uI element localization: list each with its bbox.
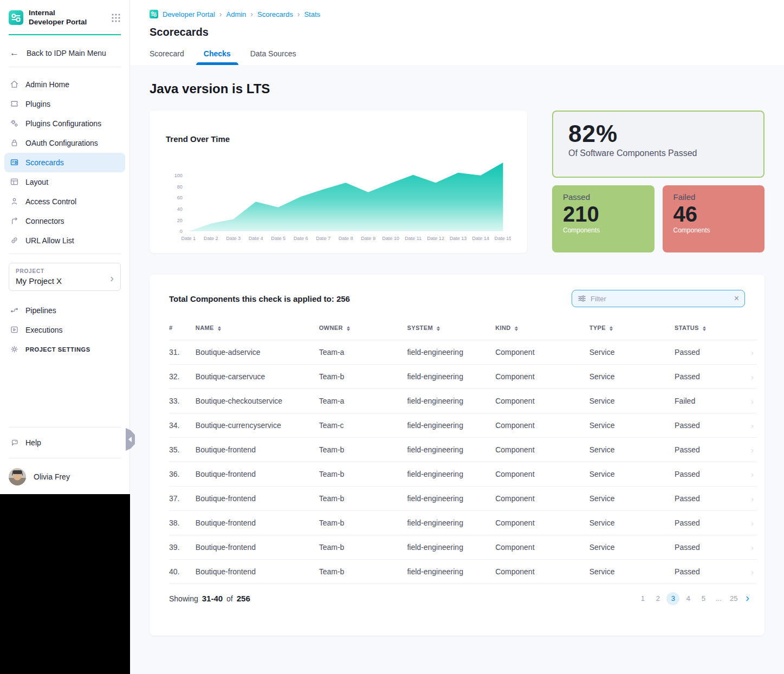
brand-underline: [9, 34, 121, 35]
breadcrumb-link[interactable]: Scorecards: [257, 10, 293, 18]
row-chevron-icon: ›: [739, 487, 757, 511]
sidebar-item-plugins-configurations[interactable]: Plugins Configurations: [4, 114, 125, 133]
sidebar-item-project-settings[interactable]: PROJECT SETTINGS: [4, 340, 125, 359]
cell-index: 35.: [169, 438, 196, 462]
divider: [9, 254, 121, 254]
page-button-3[interactable]: 3: [666, 592, 679, 605]
back-to-idp-main-menu[interactable]: ← Back to IDP Main Menu: [0, 41, 129, 66]
sidebar-item-layout[interactable]: Layout: [4, 172, 125, 192]
page-button-5[interactable]: 5: [697, 592, 710, 605]
back-label: Back to IDP Main Menu: [27, 49, 106, 57]
showing-summary: Showing 31-40 of 256: [169, 594, 250, 603]
page-button-1[interactable]: 1: [636, 592, 649, 605]
cell-index: 32.: [169, 365, 196, 389]
breadcrumb-link[interactable]: Developer Portal: [163, 10, 215, 18]
sidebar-item-oauth-configurations[interactable]: OAuth Configurations: [4, 133, 125, 153]
filter-sliders-icon[interactable]: [578, 294, 586, 303]
breadcrumb-link[interactable]: Stats: [304, 10, 320, 18]
sidebar-item-plugins[interactable]: Plugins: [4, 94, 125, 114]
sidebar-item-scorecards[interactable]: Scorecards: [4, 153, 125, 172]
clear-filter-icon[interactable]: ×: [734, 294, 739, 303]
next-page-button[interactable]: ›: [743, 592, 751, 605]
cell-name: Boutique-frontend: [196, 487, 319, 511]
page-button-2[interactable]: 2: [651, 592, 664, 605]
cell-type: Service: [589, 413, 675, 438]
user-menu[interactable]: Olivia Frey: [0, 459, 129, 494]
x-axis-tick: Date 13: [450, 236, 467, 241]
x-axis-tick: Date 2: [204, 236, 218, 241]
page-title: Scorecards: [150, 26, 764, 38]
table-row[interactable]: 34. Boutique-currencyservice Team-c fiel…: [169, 413, 757, 438]
x-axis-tick: Date 5: [271, 236, 286, 241]
stats-column: 82% Of Software Components Passed Passed…: [552, 111, 764, 253]
column-header-type[interactable]: TYPE: [589, 320, 675, 340]
showing-word: Showing: [169, 594, 198, 603]
table-header-row: #NAMEOWNERSYSTEMKINDTYPESTATUS: [169, 320, 757, 340]
help-button[interactable]: Help: [0, 429, 129, 457]
table-row[interactable]: 40. Boutique-frontend Team-b field-engin…: [169, 560, 757, 584]
sidebar-item-label: URL Allow List: [25, 236, 74, 245]
sidebar-item-pipelines[interactable]: Pipelines: [4, 301, 125, 320]
page-button-4[interactable]: 4: [682, 592, 695, 605]
x-axis-tick: Date 8: [339, 236, 353, 241]
app-switcher-icon[interactable]: [111, 13, 121, 23]
table-row[interactable]: 35. Boutique-frontend Team-b field-engin…: [169, 438, 757, 462]
column-header-index[interactable]: #: [169, 320, 196, 340]
failed-caption: Components: [673, 226, 754, 234]
scorecard-icon: [10, 158, 19, 167]
column-header-kind[interactable]: KIND: [495, 320, 589, 340]
project-selector[interactable]: PROJECT My Project X ›: [9, 263, 121, 291]
row-chevron-icon: ›: [739, 413, 757, 438]
table-row[interactable]: 37. Boutique-frontend Team-b field-engin…: [169, 487, 757, 511]
y-axis-tick: 60: [177, 195, 183, 200]
sort-icon[interactable]: [515, 326, 518, 331]
sidebar: Internal Developer Portal ← Back to IDP …: [0, 0, 130, 494]
sidebar-item-url-allow-list[interactable]: URL Allow List: [4, 231, 125, 250]
tab-scorecard[interactable]: Scorecard: [150, 49, 184, 65]
x-axis-labels: Date 1Date 2Date 3Date 4Date 5Date 6Date…: [181, 236, 511, 241]
cell-type: Service: [589, 487, 675, 511]
tab-data-sources[interactable]: Data Sources: [250, 49, 296, 65]
app-logo-block: Internal Developer Portal: [0, 0, 129, 34]
avatar: [9, 468, 26, 485]
breadcrumb-separator-icon: ›: [250, 10, 253, 18]
sidebar-item-access-control[interactable]: Access Control: [4, 192, 125, 211]
filter-input[interactable]: [591, 295, 730, 303]
cell-status: Passed: [675, 511, 739, 535]
table-row[interactable]: 38. Boutique-frontend Team-b field-engin…: [169, 511, 757, 535]
chat-icon: [10, 438, 19, 448]
sort-icon[interactable]: [610, 326, 613, 331]
table-row[interactable]: 33. Boutique-checkoutservice Team-a fiel…: [169, 389, 757, 413]
sort-icon[interactable]: [347, 326, 350, 331]
column-header-owner[interactable]: OWNER: [319, 320, 407, 340]
sort-icon[interactable]: [703, 326, 706, 331]
column-header-status[interactable]: STATUS: [675, 320, 739, 340]
sort-icon[interactable]: [218, 326, 221, 331]
cell-type: Service: [589, 389, 675, 413]
passed-value: 210: [563, 202, 644, 226]
cell-name: Boutique-frontend: [196, 511, 319, 535]
percent-caption: Of Software Components Passed: [568, 148, 748, 158]
sort-icon[interactable]: [437, 326, 440, 331]
cell-status: Passed: [675, 438, 739, 462]
divider: [9, 458, 121, 458]
column-header-system[interactable]: SYSTEM: [407, 320, 495, 340]
table-row[interactable]: 31. Boutique-adservice Team-a field-engi…: [169, 340, 757, 365]
page-button-25[interactable]: 25: [727, 592, 740, 605]
sidebar-item-executions[interactable]: Executions: [4, 320, 125, 340]
cell-owner: Team-b: [319, 511, 407, 535]
cell-system: field-engineering: [407, 560, 495, 584]
column-header-name[interactable]: NAME: [196, 320, 319, 340]
breadcrumb-link[interactable]: Admin: [226, 10, 247, 18]
filter-box: ×: [572, 290, 745, 307]
main-area: Developer Portal›Admin›Scorecards›Stats …: [130, 0, 784, 674]
failed-card: Failed 46 Components: [663, 185, 765, 252]
table-row[interactable]: 36. Boutique-frontend Team-b field-engin…: [169, 462, 757, 487]
cell-type: Service: [589, 511, 675, 535]
sidebar-item-admin-home[interactable]: Admin Home: [4, 75, 125, 94]
table-title: Total Components this check is applied t…: [169, 294, 350, 303]
table-row[interactable]: 32. Boutique-carservuce Team-b field-eng…: [169, 365, 757, 389]
sidebar-item-connectors[interactable]: Connectors: [4, 211, 125, 231]
tab-checks[interactable]: Checks: [204, 49, 231, 65]
table-row[interactable]: 39. Boutique-frontend Team-b field-engin…: [169, 535, 757, 560]
